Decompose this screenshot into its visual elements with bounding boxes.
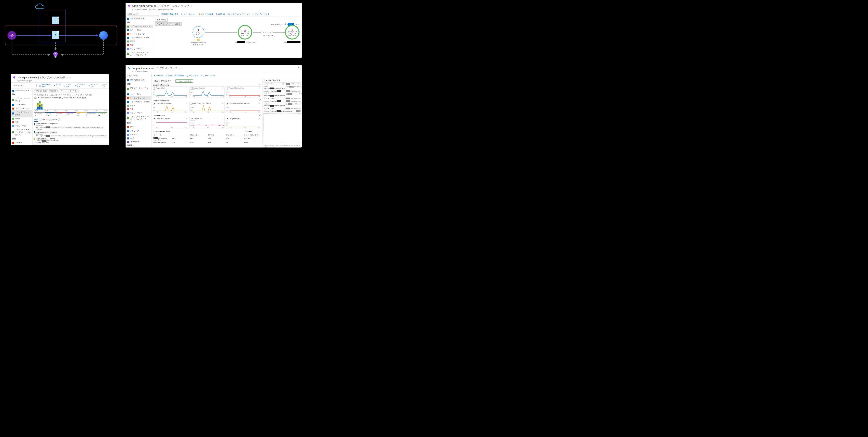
sidebar-item[interactable]: 失敗	[126, 107, 151, 111]
result-item[interactable]: 2022/4/1 16:39:16 - DEPENDENCYhttps://ai…	[33, 144, 109, 145]
sidebar-item-diagnose[interactable]: 問題の診断と解決	[126, 78, 151, 82]
sidebar-item[interactable]: メトリック	[11, 144, 32, 145]
result-item[interactable]: 2022/4/1 16:39:16 - TRACEuser01@████.onm…	[33, 137, 109, 144]
sidebar-item[interactable]: アプリケーション マップ	[126, 86, 151, 93]
pin-icon[interactable]: ☆	[66, 77, 68, 79]
sidebar-item[interactable]: メトリック	[126, 129, 151, 133]
sidebar-item[interactable]: トランザクションの検索	[126, 36, 153, 39]
chart-request-duration[interactable]: ▼ Request Duration ⤢100ms50ms0ms60s40s20…	[189, 86, 225, 98]
sidebar-item[interactable]: スマート検出	[126, 28, 153, 32]
sidebar-item[interactable]: ログ	[126, 136, 151, 140]
map-canvas[interactable]: 過去 1 時間 マップ コンポーネントの更新 4xx を除外するⓘ オンオフ 1…	[153, 17, 302, 58]
sidebar-item-diagnose[interactable]: 問題の診断と解決	[11, 89, 32, 93]
chart-dependency-call-duration[interactable]: ▼ Dependency Call Duration ⤢200ms100ms0m…	[189, 102, 225, 113]
copylink-button[interactable]: 🔗 リンクのコピー	[74, 83, 86, 88]
more-icon[interactable]: ⋯	[181, 67, 183, 69]
more-icon[interactable]: ⋯	[69, 77, 71, 79]
sidebar-item[interactable]: パフォーマンス	[126, 111, 151, 115]
sidebar-item[interactable]: トラブルシューティング ガイド (プレビュー)	[126, 115, 151, 121]
stat-availability[interactable]: Availability0	[34, 112, 45, 117]
chart-request-failure-rate[interactable]: ▼ Request Failure Rate ⤢1/s0.5/s0/s60s40…	[226, 86, 261, 98]
more-icon[interactable]: ⋯	[193, 5, 195, 7]
chart-dependency-call-rate[interactable]: ▼ Dependency Call Rate ⤢6/s4/s0/s60s40s2…	[153, 102, 188, 113]
reset-button[interactable]: ↻ Reset	[166, 75, 172, 77]
sidebar-item[interactable]: 可用性	[126, 39, 153, 43]
map-node-client[interactable]: 1 ビュー145 ミリ秒	[192, 26, 204, 38]
close-icon[interactable]: ✕	[298, 66, 300, 69]
section-health[interactable]: Overall Health	[153, 114, 261, 117]
stat-page view[interactable]: Page View1	[66, 112, 76, 117]
stat-request[interactable]: Request112	[45, 112, 55, 117]
tx-histogram[interactable]	[34, 100, 107, 109]
sidebar-item[interactable]: アラート	[126, 125, 151, 129]
servers-online-chip[interactable]: ● 2 servers online	[175, 79, 193, 82]
section-outgoing[interactable]: Outgoing Requests	[153, 99, 261, 102]
telemetry-item[interactable]: 16:39:16 | Trace @ain████.net Japan East	[262, 82, 302, 86]
sidebar-item[interactable]: Workbooks	[126, 140, 151, 143]
logs-button[interactable]: 📊 ログに表示	[186, 74, 198, 77]
sidebar-item[interactable]: 可用性	[126, 104, 151, 107]
details-button[interactable]: ⓘ詳細情報	[216, 13, 225, 15]
ideas-button[interactable]: 💡アイデアの提案	[198, 13, 213, 15]
search-input[interactable]	[127, 74, 152, 77]
stat-dependency[interactable]: Dependency51	[97, 112, 107, 117]
map-node-1[interactable]: 1 インスタンス180 ミリ秒32 呼び出し	[238, 25, 252, 39]
sidebar-item[interactable]: ライブ メトリック	[11, 107, 32, 110]
search-input[interactable]	[127, 12, 159, 16]
live-time-chip[interactable]: 過去 60 秒間 (ライブ)	[153, 79, 173, 83]
sidebar-item[interactable]: 失敗	[11, 121, 32, 124]
server-row[interactable]: dw0sdwk00001O0/sec0/sec0/sec2%66 MB	[153, 141, 261, 144]
chart-cpu-total-(%)[interactable]: ▼ CPU Total (%) ⤢100.00%60.00%0.00%60s40…	[189, 117, 225, 128]
telemetry-item[interactable]: 16:39:16 | user01@████.onmicrosoft.com@a…	[262, 86, 302, 90]
preview-exit-button[interactable]: ↩プレビューを終了	[252, 13, 269, 15]
pin-icon[interactable]: ☆	[190, 5, 192, 7]
column-select[interactable]: 列の選択▾	[245, 130, 260, 133]
sidebar-item[interactable]: 可用性	[11, 116, 32, 121]
telemetry-item[interactable]: 16:39:04 | user01@████████.net Japan Eas…	[262, 100, 302, 103]
server-row[interactable]: ████azure-api.net Japan East0/sec0/sec0/…	[153, 137, 261, 141]
stat-trace[interactable]: Trace52	[76, 112, 87, 117]
chart-dependency-call-failure-rate[interactable]: ▼ Dependency Call Failure Rate ⤢1/s0.5/s…	[226, 102, 261, 113]
sidebar-item[interactable]: 診断設定	[126, 133, 151, 136]
search-input[interactable]	[12, 84, 37, 87]
result-item[interactable]: 2022/4/1 16:39:16 - REQUESTGET /todoURL:…	[33, 131, 109, 137]
telemetry-item[interactable]: 16:39:04 | user01@████.onmicrosoft.com@a…	[262, 103, 302, 107]
sidebar-item[interactable]: パフォーマンス	[11, 124, 32, 128]
sidebar-item[interactable]: スマート検出	[11, 103, 32, 107]
telemetry-item[interactable]: 16:39:16 | user01@████████.net Japan Eas…	[262, 90, 302, 93]
sidebar-item[interactable]: アプリケーション マップ	[126, 25, 153, 28]
telemetry-item[interactable]: 16:39:05 | Trace @████.net Japan East	[262, 97, 302, 100]
tab-results[interactable]: 結果	[34, 119, 38, 122]
section-incoming[interactable]: Incoming Requests	[153, 83, 261, 86]
sidebar-item[interactable]: トランザクションの検索	[11, 110, 32, 116]
sidebar-item[interactable]: アラート	[11, 141, 32, 144]
event-filter-chip[interactable]: イベント... = すべて選...	[59, 90, 79, 93]
feedback-button[interactable]: ☺ フィードバック	[88, 83, 100, 88]
feedback-button[interactable]: ☺ フィードバック	[200, 74, 215, 77]
time-range-chip[interactable]: 現地時刻: 過去 24 時間 (自動)	[34, 90, 58, 93]
sidebar-item[interactable]: ライブ メトリック	[126, 32, 153, 36]
logs-button[interactable]: 📊 ログに表示	[63, 83, 72, 88]
chart-request-rate[interactable]: ▼ Request Rate ⤢6/s4/s0/s60s40s20s	[153, 86, 188, 98]
chart-exception-rate[interactable]: ▼ Exception Rate ⤢1/s0.5/s0/s60s40s20s	[226, 117, 261, 128]
sidebar-item[interactable]: ライブ メトリック	[126, 96, 151, 100]
sidebar-item-diagnose[interactable]: 問題の診断と解決	[126, 17, 153, 21]
tab-grouped[interactable]: グループ化された結果 (8)	[40, 119, 60, 122]
telemetry-item[interactable]: 16:39:16 | user01@████.onmicrosoft.com@█…	[262, 93, 302, 97]
chart-committed-memory[interactable]: ▼ Committed Memory ⤢060s40s20s	[153, 117, 188, 128]
sidebar-item[interactable]: スマート検出	[126, 93, 151, 96]
sidebar-item[interactable]: 失敗	[126, 43, 153, 47]
stat-custom event[interactable]: Custom Event1	[87, 112, 97, 117]
feedback-button[interactable]: ☺フィードバック	[181, 13, 196, 15]
map-node-2[interactable]: 1 インスタンス5.8 ミリ秒26 呼び出し	[285, 25, 300, 39]
sidebar-item[interactable]: パフォーマンス	[126, 47, 153, 51]
sidebar-item[interactable]: トラブルシューティング ガイド (プレビュー)	[11, 128, 32, 137]
sidebar-item[interactable]: アプリケーション マップ	[11, 97, 32, 103]
sidebar-item[interactable]: トランザクションの検索	[126, 100, 151, 104]
reset-button[interactable]: ↻ リセット	[54, 83, 61, 88]
troubleshoot-button[interactable]: ⓘトラブルシューティング	[228, 13, 250, 15]
help-button[interactable]: ? ヘルプ	[102, 83, 107, 88]
result-item[interactable]: 2022/4/1 16:39:16 - REQUESTGET /todoURL:…	[33, 122, 109, 131]
telemetry-item[interactable]: 16:39:02 | Trace @████.net Japan East	[262, 107, 302, 110]
telemetry-item[interactable]: 16:39:01 | user01@████.onmicrosoft.com██…	[262, 110, 302, 113]
